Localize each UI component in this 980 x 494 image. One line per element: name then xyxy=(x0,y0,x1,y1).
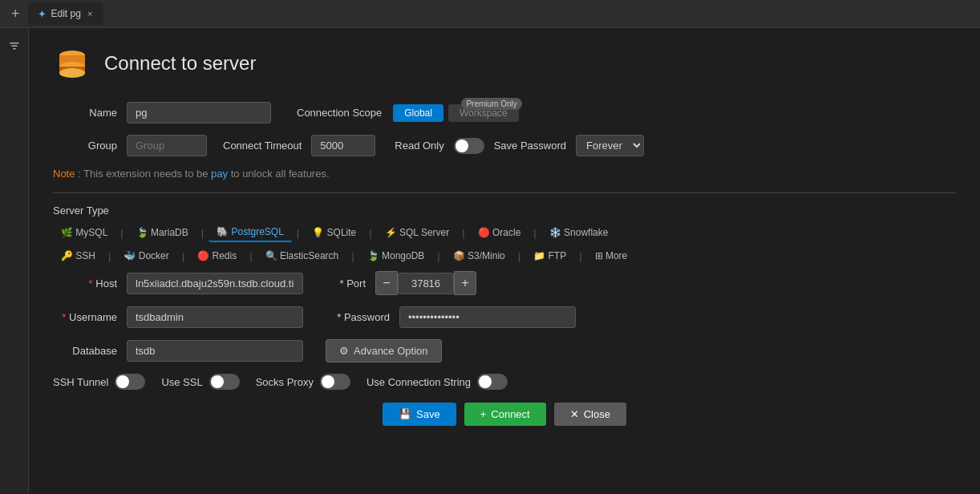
group-label: Group xyxy=(53,140,117,152)
read-only-label: Read Only xyxy=(395,140,443,152)
note-label: Note xyxy=(53,168,75,180)
username-label: Username xyxy=(53,311,117,323)
add-tab-button[interactable]: + xyxy=(6,6,25,22)
ssh-tunnel-label: SSH Tunnel xyxy=(53,376,108,388)
server-type-docker[interactable]: 🐳 Docker xyxy=(115,247,176,265)
port-label: * Port xyxy=(326,277,366,290)
scope-label: Connection Scope xyxy=(297,107,382,119)
connect-label: Connect xyxy=(491,408,529,420)
tab-icon: ✦ xyxy=(38,8,47,20)
socks-proxy-group: Socks Proxy xyxy=(256,374,350,390)
workspace-wrapper: Workspace Premium Only xyxy=(448,104,519,122)
scope-container: Connection Scope Global Workspace Premiu… xyxy=(297,104,519,122)
server-type-postgresql[interactable]: 🐘 PostgreSQL xyxy=(209,223,292,242)
username-input[interactable] xyxy=(127,306,303,328)
tab-close-button[interactable]: × xyxy=(86,9,94,18)
server-type-mongodb[interactable]: 🍃 MongoDB xyxy=(359,247,433,265)
server-type-label: Server Type xyxy=(53,204,956,217)
advance-option-label: Advance Option xyxy=(354,345,428,357)
server-type-mysql[interactable]: 🌿 MySQL xyxy=(53,224,115,241)
port-increment-button[interactable]: + xyxy=(454,271,476,295)
server-type-sqlserver[interactable]: ⚡ SQL Server xyxy=(377,224,458,241)
save-button[interactable]: 💾 Save xyxy=(383,403,456,426)
note-row: Note : This extension needs to be pay to… xyxy=(53,168,956,180)
svg-point-7 xyxy=(59,68,85,78)
x-icon: ✕ xyxy=(570,408,579,420)
dialog-header: Connect to server xyxy=(53,44,956,83)
tab-title: Edit pg xyxy=(51,8,81,19)
use-ssl-group: Use SSL xyxy=(161,374,239,390)
password-label: * Password xyxy=(326,311,390,323)
save-icon: 💾 xyxy=(399,408,411,420)
group-row: Group Connect Timeout Read Only Save Pas… xyxy=(53,135,956,156)
filter-icon[interactable] xyxy=(3,34,26,57)
connect-timeout-label: Connect Timeout xyxy=(223,140,302,152)
content-area: Connect to server Name Connection Scope … xyxy=(29,28,980,494)
plus-icon: + xyxy=(480,408,487,420)
password-input[interactable] xyxy=(399,306,576,328)
server-type-ftp[interactable]: 📁 FTP xyxy=(525,247,574,265)
name-label: Name xyxy=(53,107,117,119)
svg-rect-0 xyxy=(10,43,19,44)
use-ssl-toggle[interactable] xyxy=(209,374,240,390)
read-only-toggle[interactable] xyxy=(454,138,484,154)
close-label: Close xyxy=(584,408,610,420)
database-row: Database ⚙ Advance Option xyxy=(53,339,956,362)
server-type-elasticsearch[interactable]: 🔍 ElasticSearch xyxy=(257,247,347,265)
host-row: Host * Port − + xyxy=(53,271,956,295)
ssh-tunnel-toggle[interactable] xyxy=(115,374,145,390)
sidebar xyxy=(0,28,29,494)
server-type-sqlite[interactable]: 💡 SQLite xyxy=(304,224,364,241)
server-types-row2: 🔑 SSH | 🐳 Docker | 🔴 Redis | 🔍 ElasticSe… xyxy=(53,247,956,265)
server-type-more[interactable]: ⊞ More xyxy=(587,247,636,265)
premium-badge: Premium Only xyxy=(461,98,521,110)
database-icon xyxy=(53,44,91,83)
port-controls: − + xyxy=(375,271,476,295)
ssh-tunnel-group: SSH Tunnel xyxy=(53,374,145,390)
divider xyxy=(53,192,956,193)
server-type-s3minio[interactable]: 📦 S3/Minio xyxy=(445,247,513,265)
port-input[interactable] xyxy=(398,273,454,294)
dialog-title: Connect to server xyxy=(104,52,256,75)
socks-proxy-toggle[interactable] xyxy=(320,374,350,390)
name-row: Name Connection Scope Global Workspace P… xyxy=(53,102,956,124)
note-text: : This extension needs to be xyxy=(78,168,208,180)
note-suffix: to unlock all features. xyxy=(231,168,330,180)
connect-button[interactable]: + Connect xyxy=(464,403,546,426)
database-input[interactable] xyxy=(127,340,303,362)
tab-edit-pg[interactable]: ✦ Edit pg × xyxy=(28,2,104,25)
close-button[interactable]: ✕ Close xyxy=(554,403,626,426)
server-types-row1: 🌿 MySQL | 🍃 MariaDB | 🐘 PostgreSQL | 💡 S… xyxy=(53,223,956,242)
global-button[interactable]: Global xyxy=(393,104,443,122)
database-label: Database xyxy=(53,345,117,357)
save-label: Save xyxy=(416,408,440,420)
use-connection-string-label: Use Connection String xyxy=(366,376,471,388)
port-decrement-button[interactable]: − xyxy=(375,271,398,295)
note-link[interactable]: pay xyxy=(211,168,228,180)
svg-rect-2 xyxy=(13,48,16,50)
advance-option-button[interactable]: ⚙ Advance Option xyxy=(326,339,442,362)
server-type-redis[interactable]: 🔴 Redis xyxy=(189,247,245,265)
host-input[interactable] xyxy=(127,273,303,294)
main-layout: Connect to server Name Connection Scope … xyxy=(0,28,980,494)
group-input[interactable] xyxy=(127,135,207,156)
bottom-toggles: SSH Tunnel Use SSL Socks Proxy Use Conne… xyxy=(53,374,956,390)
socks-proxy-label: Socks Proxy xyxy=(256,376,314,388)
server-type-ssh[interactable]: 🔑 SSH xyxy=(53,247,103,265)
timeout-input[interactable] xyxy=(311,135,375,156)
tab-bar: + ✦ Edit pg × xyxy=(0,0,980,28)
use-connection-string-toggle[interactable] xyxy=(477,374,508,390)
use-connection-string-group: Use Connection String xyxy=(366,374,508,390)
save-password-select[interactable]: Forever Session Never xyxy=(576,135,644,156)
use-ssl-label: Use SSL xyxy=(161,376,202,388)
gear-icon: ⚙ xyxy=(339,345,349,357)
name-input[interactable] xyxy=(127,102,271,124)
svg-rect-1 xyxy=(11,46,18,47)
save-password-label: Save Password xyxy=(494,140,566,152)
server-type-mariadb[interactable]: 🍃 MariaDB xyxy=(128,224,196,241)
host-label: Host xyxy=(53,277,117,290)
username-row: Username * Password xyxy=(53,306,956,328)
action-buttons: 💾 Save + Connect ✕ Close xyxy=(53,403,956,426)
server-type-snowflake[interactable]: ❄️ Snowflake xyxy=(541,224,617,241)
server-type-oracle[interactable]: 🔴 Oracle xyxy=(470,224,529,241)
